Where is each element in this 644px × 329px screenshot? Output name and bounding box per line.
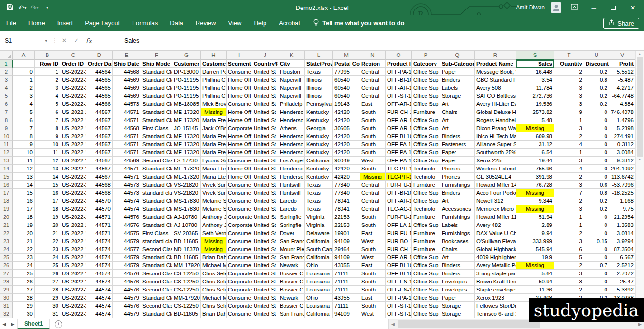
cell-F29[interactable]: Second Class bbox=[141, 286, 172, 294]
ribbon-tab-formulas[interactable]: Formulas bbox=[126, 15, 164, 31]
cell-J15[interactable]: United St bbox=[252, 173, 278, 181]
cell-C18[interactable]: US-2022-1 bbox=[60, 197, 86, 205]
cell-K10[interactable]: Henderso bbox=[278, 132, 305, 141]
cell-M22[interactable]: 19901 bbox=[333, 229, 360, 237]
row-header-23[interactable]: 23 bbox=[0, 237, 13, 245]
cell-C24[interactable]: US-2022-1 bbox=[60, 245, 86, 254]
cell-M23[interactable]: 94109 bbox=[333, 237, 360, 245]
cell-K1[interactable]: City bbox=[278, 60, 305, 68]
cell-F10[interactable]: Standard Clas bbox=[141, 132, 172, 141]
cell-D10[interactable]: 44567 bbox=[86, 132, 113, 141]
row-header-3[interactable]: 3 bbox=[0, 76, 13, 84]
cell-O11[interactable]: OFF-FA-10 bbox=[386, 141, 412, 149]
column-header-E[interactable]: E bbox=[113, 51, 141, 60]
cell-S17[interactable]: Missing bbox=[516, 189, 554, 197]
cell-M3[interactable]: 60540 bbox=[333, 76, 360, 84]
cell-M32[interactable]: 94109 bbox=[333, 310, 360, 318]
horizontal-scrollbar-thumb[interactable] bbox=[398, 320, 540, 328]
cell-J9[interactable]: United St bbox=[252, 124, 278, 132]
cell-C13[interactable]: US-2022-1 bbox=[60, 157, 86, 165]
cell-B2[interactable]: 1 bbox=[35, 68, 60, 76]
cell-F25[interactable]: Standard Clas bbox=[141, 254, 172, 262]
cell-R7[interactable]: Global Deluxe Hi bbox=[475, 108, 516, 116]
column-header-D[interactable]: D bbox=[86, 51, 113, 60]
cell-G31[interactable]: CS-12250 bbox=[172, 302, 201, 310]
cell-E24[interactable]: 44577 bbox=[113, 245, 141, 254]
cell-N23[interactable]: West bbox=[360, 237, 386, 245]
cell-O25[interactable]: OFF-AR-10 bbox=[386, 254, 412, 262]
cell-F18[interactable]: Standard Clas bbox=[141, 197, 172, 205]
cell-M11[interactable]: 42420 bbox=[333, 141, 360, 149]
cell-U24[interactable]: 0 bbox=[584, 245, 609, 254]
cell-H4[interactable]: Phillina C bbox=[201, 84, 227, 92]
cell-P24[interactable]: Furniture bbox=[412, 245, 440, 254]
cell-C14[interactable]: US-2022-1 bbox=[60, 165, 86, 173]
cell-R16[interactable]: Howard Miller 14 bbox=[475, 181, 516, 189]
cell-O4[interactable]: OFF-AR-10 bbox=[386, 84, 412, 92]
cell-C16[interactable]: US-2022-1 bbox=[60, 181, 86, 189]
cell-G3[interactable]: PO-19195 bbox=[172, 76, 201, 84]
cell-H18[interactable]: Melanie S bbox=[201, 197, 227, 205]
cell-R1[interactable]: Product Name bbox=[475, 60, 516, 68]
cell-M30[interactable]: 43055 bbox=[333, 294, 360, 302]
cell-B4[interactable]: 3 bbox=[35, 84, 60, 92]
cell-E3[interactable]: 44569 bbox=[113, 76, 141, 84]
cell-P18[interactable]: Office Sup bbox=[412, 197, 440, 205]
cell-S13[interactable]: 19.44 bbox=[516, 157, 554, 165]
cell-S8[interactable]: 5.48 bbox=[516, 116, 554, 124]
cell-C17[interactable]: US-2022-1 bbox=[60, 189, 86, 197]
cell-A27[interactable]: 25 bbox=[13, 270, 35, 278]
cell-A10[interactable]: 8 bbox=[13, 132, 35, 141]
cell-H13[interactable]: Lycoris Sa bbox=[201, 157, 227, 165]
cell-K9[interactable]: Athens bbox=[278, 124, 305, 132]
cell-A16[interactable]: 14 bbox=[13, 181, 35, 189]
cell-P11[interactable]: Office Sup bbox=[412, 141, 440, 149]
cell-B23[interactable]: 22 bbox=[35, 237, 60, 245]
cell-G6[interactable]: MB-18085 bbox=[172, 100, 201, 108]
cell-K25[interactable]: San Franc bbox=[278, 254, 305, 262]
cell-R12[interactable]: Southworth 25% bbox=[475, 149, 516, 157]
cell-V27[interactable]: 2.7072 bbox=[609, 270, 635, 278]
cell-E13[interactable]: 44569 bbox=[113, 157, 141, 165]
cell-R5[interactable]: SAFCO Boltless S bbox=[475, 92, 516, 100]
cell-A25[interactable]: 23 bbox=[13, 254, 35, 262]
cell-V6[interactable]: 4.884 bbox=[609, 100, 635, 108]
cell-D12[interactable]: 44567 bbox=[86, 149, 113, 157]
cell-Q20[interactable]: Furnishings bbox=[440, 213, 475, 221]
cell-A4[interactable]: 2 bbox=[13, 84, 35, 92]
sheet-nav-left-button[interactable]: ◀ bbox=[0, 322, 9, 327]
cell-N28[interactable]: South bbox=[360, 278, 386, 286]
cell-N15[interactable]: Missing bbox=[360, 173, 386, 181]
cell-H9[interactable]: Jack O'Bri bbox=[201, 124, 227, 132]
cell-E15[interactable]: 44571 bbox=[113, 173, 141, 181]
cell-O26[interactable]: OFF-BI-10 bbox=[386, 262, 412, 270]
cell-I23[interactable]: Consume bbox=[227, 237, 252, 245]
cell-L25[interactable]: California bbox=[305, 254, 333, 262]
cell-D27[interactable]: 44574 bbox=[86, 270, 113, 278]
cell-L13[interactable]: California bbox=[305, 157, 333, 165]
cell-B19[interactable]: 18 bbox=[35, 205, 60, 213]
cell-T4[interactable]: 3 bbox=[554, 84, 584, 92]
cell-A14[interactable]: 12 bbox=[13, 165, 35, 173]
cell-H23[interactable]: Missing bbox=[201, 237, 227, 245]
cell-O12[interactable]: OFF-PA-10 bbox=[386, 149, 412, 157]
cell-R32[interactable]: Tennsco 6- and 1 bbox=[475, 310, 516, 318]
cell-L28[interactable]: Louisiana bbox=[305, 278, 333, 286]
cell-V4[interactable]: 4.2717 bbox=[609, 84, 635, 92]
cell-O3[interactable]: OFF-BI-10 bbox=[386, 76, 412, 84]
cell-T29[interactable]: 2 bbox=[554, 286, 584, 294]
cell-P13[interactable]: Office Sup bbox=[412, 157, 440, 165]
cell-T1[interactable]: Quantity bbox=[554, 60, 584, 68]
cell-L6[interactable]: Pennsylvan bbox=[305, 100, 333, 108]
cell-N3[interactable]: Central bbox=[360, 76, 386, 84]
cell-F3[interactable]: Standard Clas bbox=[141, 76, 172, 84]
cell-N19[interactable]: Central bbox=[360, 205, 386, 213]
cell-Q5[interactable]: Storage bbox=[440, 92, 475, 100]
cell-T9[interactable]: 3 bbox=[554, 124, 584, 132]
cell-L26[interactable]: Ohio bbox=[305, 262, 333, 270]
cell-H31[interactable]: Chris Sele bbox=[201, 302, 227, 310]
cell-N27[interactable]: South bbox=[360, 270, 386, 278]
cell-F15[interactable]: Standard Clas bbox=[141, 173, 172, 181]
cell-K16[interactable]: Huntsvill bbox=[278, 181, 305, 189]
cell-B18[interactable]: 17 bbox=[35, 197, 60, 205]
